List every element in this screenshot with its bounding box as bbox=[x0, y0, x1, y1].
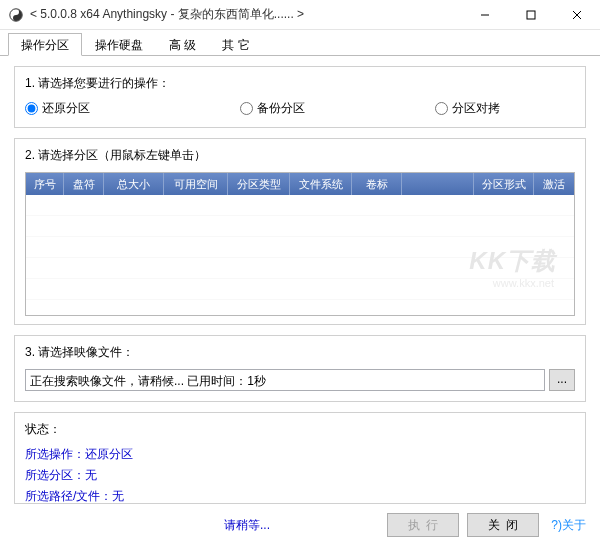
tab-bar: 操作分区 操作硬盘 高 级 其 它 bbox=[0, 30, 600, 56]
th-active[interactable]: 激活 bbox=[534, 173, 574, 195]
partition-table[interactable]: 序号 盘符 总大小 可用空间 分区类型 文件系统 卷标 分区形式 激活 KK下载… bbox=[25, 172, 575, 316]
th-partition-form[interactable]: 分区形式 bbox=[474, 173, 534, 195]
status-partition: 所选分区：无 bbox=[25, 467, 575, 484]
table-header: 序号 盘符 总大小 可用空间 分区类型 文件系统 卷标 分区形式 激活 bbox=[26, 173, 574, 195]
tab-advanced[interactable]: 高 级 bbox=[156, 33, 209, 56]
radio-copy-label: 分区对拷 bbox=[452, 100, 500, 117]
status-partition-label: 所选分区： bbox=[25, 468, 85, 482]
maximize-button[interactable] bbox=[508, 0, 554, 29]
app-icon bbox=[8, 7, 24, 23]
operation-options: 还原分区 备份分区 分区对拷 bbox=[25, 100, 575, 117]
svg-rect-4 bbox=[527, 11, 535, 19]
th-filesystem[interactable]: 文件系统 bbox=[290, 173, 352, 195]
image-file-input[interactable]: 正在搜索映像文件，请稍候... 已用时间：1秒 bbox=[25, 369, 545, 391]
radio-restore-input[interactable] bbox=[25, 102, 38, 115]
image-file-title: 3. 请选择映像文件： bbox=[25, 344, 575, 361]
execute-button[interactable]: 执行 bbox=[387, 513, 459, 537]
status-group: 状态： 所选操作：还原分区 所选分区：无 所选路径/文件：无 bbox=[14, 412, 586, 504]
status-operation-label: 所选操作： bbox=[25, 447, 85, 461]
about-link[interactable]: ?)关于 bbox=[551, 517, 586, 534]
status-partition-value: 无 bbox=[85, 468, 97, 482]
radio-backup-input[interactable] bbox=[240, 102, 253, 115]
minimize-button[interactable] bbox=[462, 0, 508, 29]
status-operation-value: 还原分区 bbox=[85, 447, 133, 461]
tab-other[interactable]: 其 它 bbox=[209, 33, 262, 56]
th-seq[interactable]: 序号 bbox=[26, 173, 64, 195]
radio-copy-input[interactable] bbox=[435, 102, 448, 115]
close-button[interactable] bbox=[554, 0, 600, 29]
watermark-text: KK下载 bbox=[469, 245, 556, 277]
th-partition-type[interactable]: 分区类型 bbox=[228, 173, 290, 195]
title-bar: < 5.0.0.8 x64 Anythingsky - 复杂的东西简单化....… bbox=[0, 0, 600, 30]
partition-title: 2. 请选择分区（用鼠标左键单击） bbox=[25, 147, 575, 164]
status-operation: 所选操作：还原分区 bbox=[25, 446, 575, 463]
close-window-button[interactable]: 关闭 bbox=[467, 513, 539, 537]
watermark-url: www.kkx.net bbox=[493, 277, 554, 289]
th-label[interactable]: 卷标 bbox=[352, 173, 402, 195]
browse-button[interactable]: ... bbox=[549, 369, 575, 391]
th-gap bbox=[402, 173, 474, 195]
status-path: 所选路径/文件：无 bbox=[25, 488, 575, 505]
radio-copy[interactable]: 分区对拷 bbox=[435, 100, 500, 117]
radio-backup[interactable]: 备份分区 bbox=[240, 100, 305, 117]
tab-content: 1. 请选择您要进行的操作： 还原分区 备份分区 分区对拷 2. 请选择分区（用… bbox=[0, 56, 600, 524]
partition-group: 2. 请选择分区（用鼠标左键单击） 序号 盘符 总大小 可用空间 分区类型 文件… bbox=[14, 138, 586, 325]
radio-restore-label: 还原分区 bbox=[42, 100, 90, 117]
radio-backup-label: 备份分区 bbox=[257, 100, 305, 117]
status-path-value: 无 bbox=[112, 489, 124, 503]
wait-message: 请稍等... bbox=[224, 517, 270, 534]
svg-point-2 bbox=[15, 17, 17, 19]
status-title: 状态： bbox=[25, 421, 575, 438]
footer-bar: 请稍等... 执行 关闭 ?)关于 bbox=[0, 513, 600, 537]
radio-restore[interactable]: 还原分区 bbox=[25, 100, 90, 117]
table-body[interactable]: KK下载 www.kkx.net bbox=[26, 195, 574, 315]
svg-point-1 bbox=[15, 11, 17, 13]
th-drive[interactable]: 盘符 bbox=[64, 173, 104, 195]
operation-group: 1. 请选择您要进行的操作： 还原分区 备份分区 分区对拷 bbox=[14, 66, 586, 128]
window-title: < 5.0.0.8 x64 Anythingsky - 复杂的东西简单化....… bbox=[30, 6, 304, 23]
operation-title: 1. 请选择您要进行的操作： bbox=[25, 75, 575, 92]
tab-partition-ops[interactable]: 操作分区 bbox=[8, 33, 82, 56]
window-controls bbox=[462, 0, 600, 29]
status-path-label: 所选路径/文件： bbox=[25, 489, 112, 503]
th-free-space[interactable]: 可用空间 bbox=[164, 173, 228, 195]
th-total-size[interactable]: 总大小 bbox=[104, 173, 164, 195]
image-file-group: 3. 请选择映像文件： 正在搜索映像文件，请稍候... 已用时间：1秒 ... bbox=[14, 335, 586, 402]
tab-disk-ops[interactable]: 操作硬盘 bbox=[82, 33, 156, 56]
